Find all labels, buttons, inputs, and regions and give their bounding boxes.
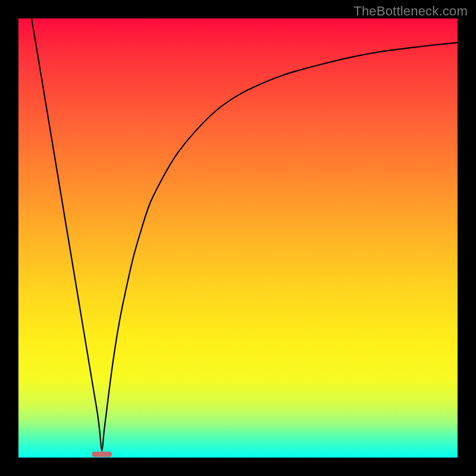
chart-overlay-svg <box>18 18 458 458</box>
chart-frame: TheBottleneck.com <box>0 0 476 476</box>
watermark-text: TheBottleneck.com <box>353 4 468 19</box>
bottleneck-curve <box>32 18 458 451</box>
optimum-marker <box>92 452 112 457</box>
